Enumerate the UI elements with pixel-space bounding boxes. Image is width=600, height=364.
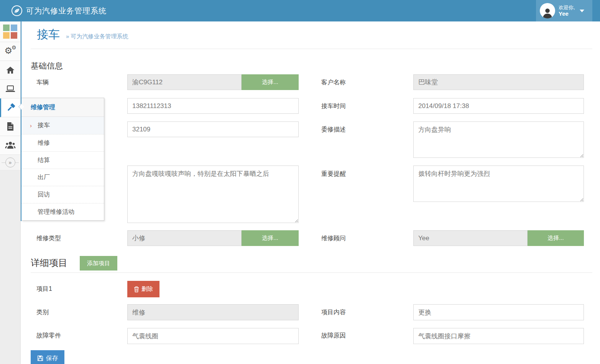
active-menu-connector <box>21 21 21 221</box>
divider <box>31 272 592 273</box>
advisor-select-button[interactable]: 选择... <box>528 230 584 246</box>
double-chevron-right-icon: » <box>5 157 15 167</box>
fault-reason-input[interactable] <box>413 328 584 344</box>
menu-item-label: 出厂 <box>38 174 50 182</box>
sidebar-item-workstation[interactable] <box>0 80 20 98</box>
save-button[interactable]: 保存 <box>31 350 64 364</box>
receive-time-label: 接车时间 <box>321 102 346 110</box>
delete-item-button[interactable]: 删除 <box>127 281 159 297</box>
welcome-line: 欢迎你, <box>559 5 575 11</box>
section-title-detail-items: 详细项目 <box>31 257 67 269</box>
save-button-label: 保存 <box>46 354 58 362</box>
users-icon <box>5 141 16 150</box>
customer-label: 客户名称 <box>321 79 346 87</box>
avatar <box>540 3 555 18</box>
important-note-label: 重要提醒 <box>321 170 346 178</box>
menu-item-label: 回访 <box>38 191 50 199</box>
category-input[interactable] <box>127 304 299 320</box>
item-title: 项目1 <box>36 285 52 293</box>
repair-type-input[interactable] <box>127 230 242 246</box>
save-icon <box>37 355 43 361</box>
menu-item-label: 结算 <box>38 156 50 164</box>
divider <box>31 49 592 49</box>
content-label: 项目内容 <box>321 308 346 316</box>
logo-square-orange <box>3 32 10 39</box>
repair-desc-textarea[interactable]: 方向盘异响 <box>413 121 584 158</box>
vehicle-input[interactable] <box>127 74 242 90</box>
menu-item-repair[interactable]: › 维修 <box>21 134 104 151</box>
trash-icon <box>134 286 139 292</box>
customer-input[interactable] <box>413 74 584 90</box>
gears-icon: ⚙⚙ <box>5 46 16 57</box>
important-note-textarea[interactable]: 拨转向杆时异响更为强烈 <box>413 166 584 202</box>
logo-square-red <box>11 32 17 39</box>
flyout-title: 维修管理 <box>21 98 104 117</box>
delete-button-label: 删除 <box>141 285 153 293</box>
fault-part-input[interactable] <box>127 328 299 344</box>
advisor-input[interactable] <box>413 230 528 246</box>
home-icon <box>6 66 15 75</box>
top-navbar: 可为汽修业务管理系统 欢迎你, Yee <box>0 0 600 21</box>
sidebar-lower-panel <box>0 171 20 364</box>
repair-management-flyout: 维修管理 › 接车 › 维修 › 结算 › 出厂 › 回访 › 管理维修活动 <box>21 98 104 221</box>
gavel-icon <box>6 103 16 113</box>
vehicle-label: 车辆 <box>36 79 49 87</box>
fault-reason-label: 故障原因 <box>321 332 346 340</box>
category-label: 类别 <box>36 308 49 316</box>
laptop-icon <box>5 84 15 93</box>
menu-item-followup[interactable]: › 回访 <box>21 186 104 203</box>
sidebar-item-home[interactable] <box>0 61 20 80</box>
sidebar-item-repair-management[interactable] <box>0 98 20 117</box>
welcome-text: 欢迎你, Yee <box>559 5 575 17</box>
fault-part-label: 故障零件 <box>36 332 61 340</box>
menu-item-settlement[interactable]: › 结算 <box>21 151 104 169</box>
fault-detail-textarea[interactable]: 方向盘嘎吱嘎吱声响，特别是在太阳下暴晒之后 <box>127 166 299 223</box>
menu-item-manage-activities[interactable]: › 管理维修活动 <box>21 203 104 220</box>
section-title-basic-info: 基础信息 <box>31 61 63 71</box>
menu-item-receive-car[interactable]: › 接车 <box>21 117 104 134</box>
document-icon <box>6 122 15 131</box>
sidebar-collapse-toggle[interactable]: » <box>0 155 20 171</box>
username: Yee <box>559 10 569 17</box>
user-menu[interactable]: 欢迎你, Yee <box>536 0 592 21</box>
logo-square-green <box>3 25 10 31</box>
sidebar: ⚙⚙ » <box>0 21 21 364</box>
breadcrumb-trail[interactable]: » 可为汽修业务管理系统 <box>66 33 128 40</box>
active-chevron-icon: › <box>30 122 32 129</box>
sidebar-item-customers[interactable] <box>0 136 20 155</box>
chevron-down-icon <box>580 10 584 12</box>
menu-item-release[interactable]: › 出厂 <box>21 169 104 186</box>
logo-square-blue <box>11 25 17 31</box>
receive-time-input[interactable] <box>413 98 584 114</box>
advisor-label: 维修顾问 <box>321 234 346 243</box>
sidebar-item-documents[interactable] <box>0 117 20 136</box>
menu-item-label: 管理维修活动 <box>38 208 74 216</box>
menu-item-label: 维修 <box>38 139 50 147</box>
add-item-button[interactable]: 添加项目 <box>80 256 117 271</box>
phone-input[interactable] <box>127 98 299 114</box>
sidebar-item-settings[interactable]: ⚙⚙ <box>0 42 20 61</box>
vehicle-select-button[interactable]: 选择... <box>242 74 299 90</box>
repair-type-label: 维修类型 <box>36 234 61 243</box>
sidebar-logo <box>0 21 20 42</box>
menu-item-label: 接车 <box>38 121 50 130</box>
app-brand: 可为汽修业务管理系统 <box>12 5 107 16</box>
content-input[interactable] <box>413 304 584 320</box>
app-title: 可为汽修业务管理系统 <box>26 6 107 16</box>
breadcrumb: 接车 » 可为汽修业务管理系统 <box>37 27 128 43</box>
repair-desc-label: 委修描述 <box>321 126 346 134</box>
repair-type-select-button[interactable]: 选择... <box>242 230 299 246</box>
mileage-input[interactable] <box>127 121 299 137</box>
leaf-logo-icon <box>12 5 22 16</box>
page-title: 接车 <box>37 27 60 43</box>
